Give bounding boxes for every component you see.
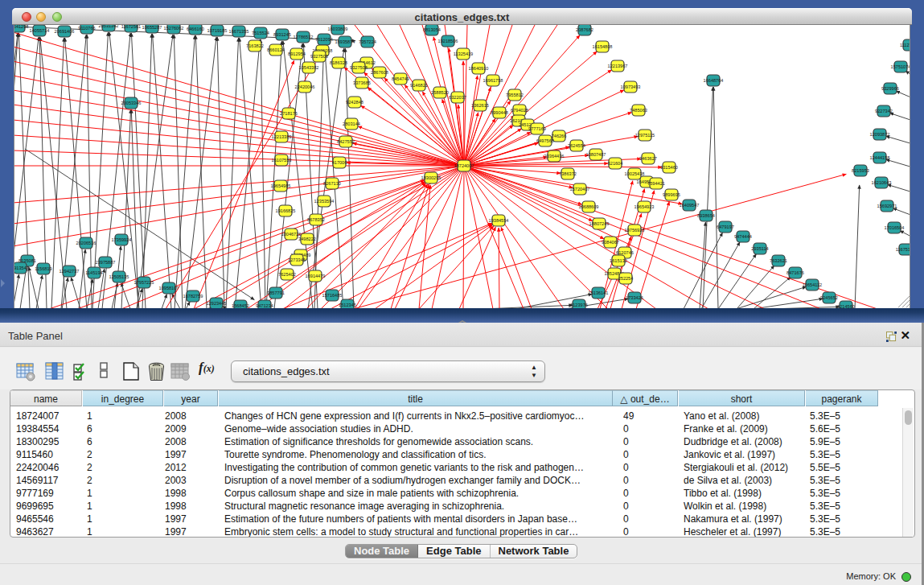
- svg-text:10807487: 10807487: [586, 152, 606, 157]
- svg-text:9474444: 9474444: [734, 234, 752, 239]
- svg-text:1156819: 1156819: [35, 266, 51, 271]
- svg-text:20364436: 20364436: [544, 154, 565, 159]
- svg-text:12353594: 12353594: [314, 199, 335, 204]
- svg-text:20053346: 20053346: [121, 101, 142, 105]
- svg-text:10543382: 10543382: [299, 65, 319, 70]
- svg-text:11675312: 11675312: [896, 247, 910, 252]
- svg-text:11672561: 11672561: [121, 25, 141, 29]
- svg-text:621604: 621604: [608, 161, 623, 166]
- svg-text:10654112: 10654112: [803, 282, 822, 287]
- svg-text:8660124: 8660124: [267, 47, 285, 52]
- svg-text:18640910: 18640910: [469, 66, 489, 71]
- svg-text:7163822: 7163822: [246, 43, 264, 48]
- svg-text:6322037: 6322037: [449, 95, 466, 100]
- svg-text:15692971: 15692971: [877, 204, 897, 208]
- svg-text:13541298: 13541298: [14, 25, 28, 29]
- svg-text:15276062: 15276062: [164, 26, 184, 31]
- svg-text:16671355: 16671355: [229, 29, 249, 34]
- svg-text:8186328: 8186328: [330, 60, 347, 65]
- svg-text:22420046: 22420046: [295, 84, 315, 89]
- svg-text:7594421: 7594421: [647, 181, 665, 186]
- svg-text:10719185: 10719185: [207, 28, 228, 33]
- svg-text:1733426: 1733426: [626, 295, 643, 300]
- svg-text:8990448: 8990448: [491, 110, 508, 115]
- svg-text:19654985: 19654985: [271, 183, 291, 188]
- svg-text:9315460: 9315460: [660, 165, 678, 170]
- svg-text:9329966: 9329966: [881, 86, 899, 91]
- svg-text:2718176: 2718176: [280, 111, 298, 116]
- svg-text:7955812: 7955812: [506, 93, 524, 97]
- svg-text:19218506: 19218506: [438, 39, 458, 43]
- svg-text:1273345: 1273345: [288, 257, 306, 262]
- svg-text:12505135: 12505135: [109, 274, 129, 279]
- svg-text:12923445: 12923445: [207, 301, 227, 306]
- svg-text:9227342: 9227342: [875, 109, 893, 113]
- svg-text:1568452: 1568452: [232, 303, 249, 308]
- svg-text:6120746: 6120746: [616, 250, 634, 255]
- svg-text:3373685: 3373685: [353, 80, 371, 85]
- svg-text:11127345: 11127345: [900, 43, 910, 47]
- svg-text:2803144: 2803144: [343, 122, 360, 126]
- svg-text:12444158: 12444158: [870, 155, 890, 160]
- svg-text:12786512: 12786512: [294, 35, 314, 39]
- svg-text:9463627: 9463627: [639, 156, 657, 161]
- svg-text:1615132: 1615132: [610, 258, 627, 263]
- svg-text:8123976: 8123976: [570, 303, 588, 307]
- svg-text:8938654: 8938654: [697, 213, 715, 218]
- svg-text:10973493: 10973493: [621, 84, 641, 89]
- svg-text:10655287: 10655287: [142, 25, 162, 30]
- svg-text:16648764: 16648764: [704, 78, 724, 83]
- svg-text:6497568: 6497568: [536, 138, 554, 143]
- svg-text:19166825: 19166825: [276, 208, 296, 213]
- svg-text:17016504: 17016504: [885, 225, 905, 230]
- svg-text:16154808: 16154808: [593, 44, 613, 49]
- svg-text:8454749: 8454749: [392, 76, 409, 81]
- svg-text:8267130: 8267130: [323, 181, 341, 186]
- svg-text:9899695: 9899695: [663, 192, 680, 197]
- svg-text:9242848: 9242848: [346, 100, 363, 105]
- svg-text:15716485: 15716485: [322, 293, 343, 298]
- svg-text:18807249: 18807249: [589, 221, 610, 226]
- svg-text:15751074: 15751074: [891, 64, 910, 69]
- svg-text:7485063: 7485063: [630, 108, 647, 113]
- svg-text:9471234: 9471234: [256, 303, 273, 308]
- svg-text:9084067: 9084067: [602, 240, 619, 245]
- svg-text:1362615: 1362615: [471, 103, 489, 108]
- svg-text:11325419: 11325419: [454, 51, 473, 56]
- svg-text:12093872: 12093872: [870, 132, 890, 137]
- svg-text:9245652: 9245652: [820, 295, 838, 300]
- svg-text:20206516: 20206516: [76, 241, 97, 245]
- svg-text:20531342: 20531342: [99, 25, 119, 28]
- svg-text:10688609: 10688609: [579, 204, 599, 209]
- svg-text:8678352: 8678352: [307, 217, 325, 222]
- svg-text:7515524: 7515524: [252, 31, 269, 35]
- svg-text:8214560: 8214560: [837, 304, 855, 308]
- svg-text:9327508: 9327508: [350, 65, 368, 70]
- svg-text:15720407: 15720407: [570, 187, 590, 192]
- svg-text:19654923: 19654923: [634, 204, 655, 209]
- svg-text:9777169: 9777169: [528, 126, 546, 131]
- svg-text:16914479: 16914479: [306, 274, 326, 278]
- svg-text:16033809: 16033809: [328, 27, 348, 31]
- svg-text:9146821: 9146821: [410, 83, 428, 88]
- svg-text:9110766: 9110766: [78, 26, 95, 31]
- svg-text:7612094: 7612094: [315, 37, 333, 42]
- svg-text:19756928: 19756928: [625, 228, 645, 233]
- svg-text:8427552: 8427552: [337, 139, 355, 144]
- svg-text:16961758: 16961758: [483, 78, 503, 83]
- svg-text:12975115: 12975115: [635, 133, 655, 138]
- svg-text:7632621: 7632621: [770, 258, 787, 263]
- svg-text:10958107: 10958107: [159, 286, 179, 290]
- svg-text:2867608: 2867608: [371, 70, 388, 75]
- svg-text:19384554: 19384554: [489, 218, 509, 223]
- svg-text:3498222: 3498222: [298, 237, 316, 241]
- svg-text:252254: 252254: [618, 276, 634, 281]
- svg-text:12213967: 12213967: [608, 64, 628, 68]
- svg-text:2935114: 2935114: [751, 246, 768, 251]
- svg-text:12213389: 12213389: [272, 134, 292, 139]
- svg-text:18300295: 18300295: [421, 175, 441, 180]
- svg-text:10025438: 10025438: [625, 171, 645, 176]
- svg-text:2588520: 2588520: [431, 90, 449, 95]
- svg-text:16107553: 16107553: [272, 158, 292, 163]
- svg-text:8471676: 8471676: [786, 270, 804, 275]
